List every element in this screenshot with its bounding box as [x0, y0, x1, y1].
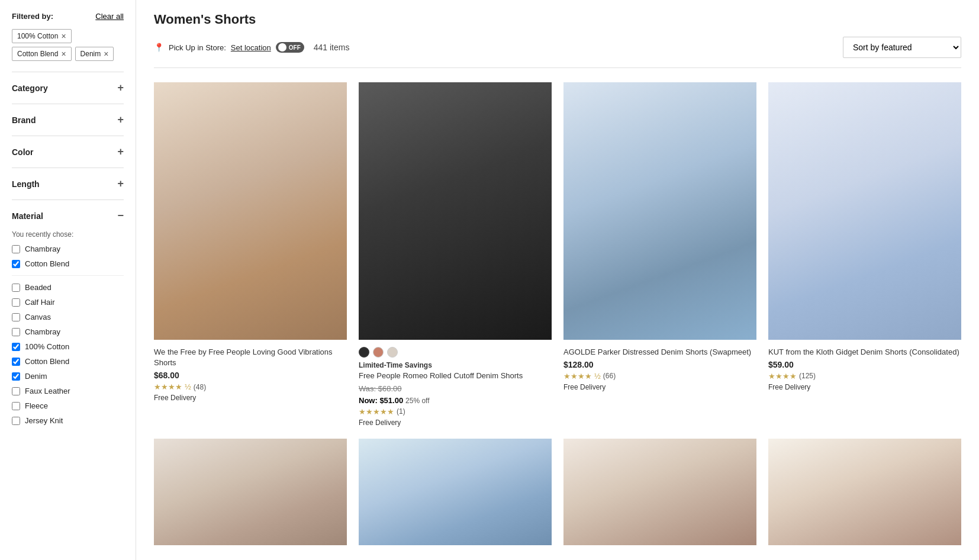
star-half-icon: ½ [594, 372, 601, 381]
filter-section-length: Length + [12, 168, 124, 199]
product-image-p2 [359, 82, 552, 340]
material-option-jersey-knit[interactable]: Jersey Knit [12, 416, 124, 425]
original-price-p2: Was: $68.00 [359, 384, 402, 393]
filter-section-color-label: Color [12, 147, 34, 157]
star-icons: ★★★★ [563, 372, 592, 381]
filter-tag-denim[interactable]: Denim × [75, 47, 114, 61]
checkbox-100pct-cotton[interactable] [12, 343, 20, 351]
product-card-p2[interactable]: Limited-Time Savings Free People Romeo R… [359, 82, 552, 427]
swatch-black[interactable] [359, 347, 369, 358]
filter-tag-cotton-blend[interactable]: Cotton Blend × [12, 47, 72, 61]
review-count-p3: (66) [603, 372, 616, 380]
price-row-p1: $68.00 [154, 371, 347, 380]
checkbox-faux-leather[interactable] [12, 387, 20, 395]
filter-section-color-header[interactable]: Color + [12, 146, 124, 158]
checkbox-fleece[interactable] [12, 402, 20, 410]
filter-tag-label: 100% Cotton [17, 32, 58, 40]
product-card-p5[interactable] [154, 439, 347, 552]
pickup-toggle[interactable]: OFF [276, 42, 304, 53]
product-name-p1: We the Free by Free People Loving Good V… [154, 347, 347, 368]
product-card-p3[interactable]: AGOLDE Parker Distressed Denim Shorts (S… [563, 82, 756, 427]
material-option-canvas[interactable]: Canvas [12, 313, 124, 321]
product-name-p4: KUT from the Kloth Gidget Denim Shorts (… [768, 347, 961, 358]
product-card-p6[interactable] [359, 439, 552, 552]
swatch-brown[interactable] [373, 347, 384, 358]
filter-tag-label: Denim [80, 50, 101, 58]
clear-all-button[interactable]: Clear all [95, 12, 124, 21]
checkbox-chambray[interactable] [12, 328, 20, 336]
material-option-denim[interactable]: Denim [12, 372, 124, 381]
remove-filter-icon[interactable]: × [61, 49, 66, 59]
filter-section-color: Color + [12, 136, 124, 168]
checkbox-cotton-blend[interactable] [12, 358, 20, 366]
checkbox-label: Chambray [25, 244, 60, 253]
toggle-label: OFF [289, 44, 301, 51]
set-location-link[interactable]: Set location [231, 43, 271, 52]
material-option-faux-leather[interactable]: Faux Leather [12, 387, 124, 395]
filter-section-brand: Brand + [12, 104, 124, 136]
price-p4: $59.00 [768, 360, 794, 369]
filter-tag-100pct-cotton[interactable]: 100% Cotton × [12, 29, 72, 43]
rating-p2: ★★★★★ (1) [359, 407, 552, 416]
filter-section-length-header[interactable]: Length + [12, 178, 124, 190]
pickup-row: 📍 Pick Up in Store: Set location OFF [154, 42, 304, 53]
checkbox-denim[interactable] [12, 372, 20, 381]
material-option-beaded[interactable]: Beaded [12, 283, 124, 292]
plus-icon: + [117, 178, 124, 190]
sale-price-p2: Now: $51.00 [359, 396, 403, 405]
price-p1: $68.00 [154, 371, 179, 380]
sidebar: Filtered by: Clear all 100% Cotton × Cot… [0, 0, 136, 560]
sort-select[interactable]: Sort by featured Price: Low to High Pric… [843, 37, 961, 58]
remove-filter-icon[interactable]: × [61, 31, 66, 41]
checkbox-label: Cotton Blend [25, 259, 69, 268]
checkbox-cotton-blend-recent[interactable] [12, 260, 20, 268]
product-card-p4[interactable]: KUT from the Kloth Gidget Denim Shorts (… [768, 82, 961, 427]
review-count-p1: (48) [194, 383, 206, 391]
material-option-100pct-cotton[interactable]: 100% Cotton [12, 342, 124, 351]
filter-section-category-label: Category [12, 83, 48, 93]
checkbox-calf-hair[interactable] [12, 298, 20, 307]
sale-price-row-p2: Now: $51.00 25% off [359, 395, 552, 405]
recently-chose-list: Chambray Cotton Blend [12, 244, 124, 268]
price-row-p4: $59.00 [768, 360, 961, 369]
filter-section-length-label: Length [12, 179, 40, 189]
checkbox-jersey-knit[interactable] [12, 417, 20, 425]
product-card-p7[interactable] [563, 439, 756, 552]
material-option-cotton-blend[interactable]: Cotton Blend [12, 357, 124, 366]
material-option-chambray[interactable]: Chambray [12, 327, 124, 336]
material-option-cotton-blend-recent[interactable]: Cotton Blend [12, 259, 124, 268]
review-count-p2: (1) [397, 407, 405, 416]
filter-section-material-header[interactable]: Material − [12, 210, 124, 222]
filter-section-category: Category + [12, 72, 124, 104]
rating-p1: ★★★★½ (48) [154, 382, 347, 391]
checkbox-chambray-recent[interactable] [12, 245, 20, 253]
product-card-p8[interactable] [768, 439, 961, 552]
material-checkbox-list: Beaded Calf Hair Canvas Chambray 100% Co… [12, 283, 124, 425]
checkbox-label: Calf Hair [25, 298, 55, 307]
color-swatches-p2 [359, 347, 552, 358]
pickup-label: Pick Up in Store: [169, 43, 226, 52]
product-name-p2: Free People Romeo Rolled Cutoff Denim Sh… [359, 371, 552, 381]
checkbox-beaded[interactable] [12, 284, 20, 292]
filter-section-material-label: Material [12, 211, 43, 221]
swatch-tan[interactable] [387, 347, 398, 358]
filter-section-brand-header[interactable]: Brand + [12, 114, 124, 126]
checkbox-label: Denim [25, 372, 47, 381]
checkbox-label: Fleece [25, 401, 48, 410]
discount-p2: 25% off [405, 397, 429, 405]
free-delivery-p2: Free Delivery [359, 419, 552, 427]
price-row-p2: Was: $68.00 [359, 384, 552, 393]
material-option-fleece[interactable]: Fleece [12, 401, 124, 410]
checkbox-label: Faux Leather [25, 387, 70, 395]
rating-p3: ★★★★½ (66) [563, 372, 756, 381]
product-image-p4 [768, 82, 961, 340]
remove-filter-icon[interactable]: × [104, 49, 108, 59]
filter-section-brand-label: Brand [12, 115, 36, 125]
checkbox-canvas[interactable] [12, 313, 20, 321]
filter-section-category-header[interactable]: Category + [12, 82, 124, 94]
checkbox-label: Chambray [25, 327, 60, 336]
product-card-p1[interactable]: We the Free by Free People Loving Good V… [154, 82, 347, 427]
material-option-chambray-recent[interactable]: Chambray [12, 244, 124, 253]
material-option-calf-hair[interactable]: Calf Hair [12, 298, 124, 307]
filtered-by-section: Filtered by: Clear all [12, 12, 124, 21]
